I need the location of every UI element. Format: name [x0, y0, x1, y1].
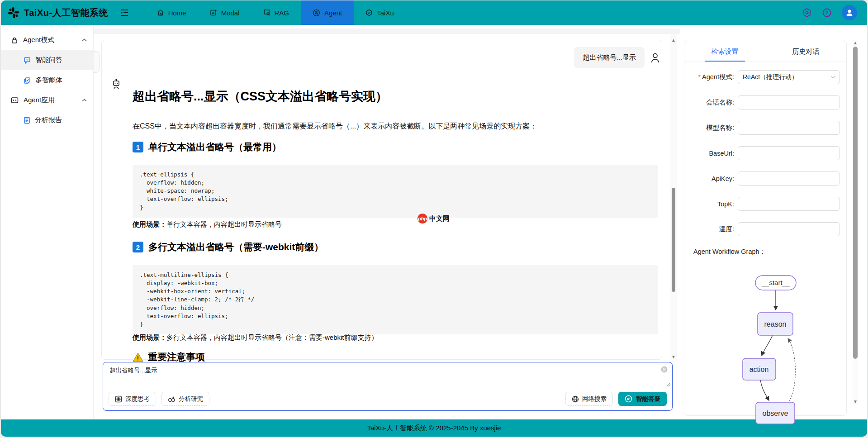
conversation-card: 超出省略号...显示 超出省略号...显示（CSS文本溢出省略号实现） 在CSS… — [101, 40, 662, 360]
settings-gear-icon[interactable] — [802, 8, 812, 18]
chat-scrollbar[interactable]: ▲ ▼ — [670, 34, 677, 362]
baseurl-input[interactable] — [738, 146, 840, 160]
agent-workflow-graph: __start__ reason action observe — [727, 272, 827, 429]
form-row-apikey: ApiKey: — [684, 171, 846, 186]
globe-icon — [572, 395, 579, 403]
web-search-button[interactable]: 网络搜索 — [565, 392, 613, 406]
form-row-session-name: 会话名称: — [684, 95, 846, 110]
composer-input[interactable]: 超出省略号...显示 — [109, 367, 654, 375]
nav-item-modal[interactable]: A Modal — [198, 0, 251, 25]
agent-mode-value: ReAct（推理行动） — [743, 73, 798, 81]
sidebar-item-label: 多智能体 — [35, 76, 62, 85]
nav-label: RAG — [275, 9, 289, 17]
form-row-agent-mode: *Agent模式: ReAct（推理行动） — [684, 70, 846, 84]
workflow-node-observe: observe — [763, 409, 788, 417]
usage-label: 使用场景： — [133, 220, 166, 228]
resize-handle-icon[interactable] — [666, 382, 671, 387]
taixu-icon — [365, 9, 373, 16]
chat-question-icon: ? — [24, 57, 31, 64]
sidebar-item-smart-qa[interactable]: ? 智能问答 — [1, 50, 93, 70]
main-menu: Home A Modal RAG Agent — [145, 0, 406, 25]
topk-input[interactable] — [738, 197, 840, 211]
tab-retrieval-settings[interactable]: 检索设置 — [684, 48, 765, 62]
slack-logo-icon — [7, 6, 20, 19]
workflow-node-start: __start__ — [761, 279, 790, 286]
section1-heading: 1 单行文本溢出省略号（最常用） — [133, 141, 281, 153]
user-outline-icon — [650, 52, 660, 63]
sidebar-item-analysis-report[interactable]: 分析报告 — [1, 110, 93, 130]
model-name-input[interactable] — [738, 121, 840, 135]
analyze-icon — [168, 395, 175, 403]
svg-text:A: A — [212, 11, 214, 15]
user-avatar-icon[interactable] — [842, 5, 857, 20]
multi-agent-icon — [24, 77, 31, 84]
deep-think-button[interactable]: 深度思考 — [109, 392, 156, 406]
panel-collapse-handle[interactable] — [94, 51, 100, 73]
user-message-bubble: 超出省略号...显示 — [574, 47, 645, 68]
nav-label: Agent — [324, 9, 342, 17]
settings-form: *Agent模式: ReAct（推理行动） 会话名称: 模型名称 — [684, 62, 846, 236]
topk-label: TopK: — [684, 200, 738, 208]
form-row-temperature: 温度: — [684, 222, 846, 236]
section1-usage: 使用场景：单行文本容器，内容超出时显示省略号 — [133, 220, 282, 229]
apikey-label: ApiKey: — [684, 175, 738, 182]
settings-scrollbar[interactable]: ▲ ▼ — [853, 40, 858, 405]
settings-scrollbar-thumb[interactable] — [853, 47, 858, 359]
chat-top-strip — [94, 29, 680, 34]
top-navbar: TaiXu-人工智能系统 Home A Modal — [1, 0, 867, 25]
section-label: Agent应用 — [24, 96, 55, 105]
usage-label: 使用场景： — [133, 333, 166, 341]
code-block-single-line: .text-ellipsis { overflow: hidden; white… — [133, 165, 658, 218]
smart-qa-button[interactable]: 智能答疑 — [618, 392, 667, 406]
settings-tabs: 检索设置 历史对话 — [684, 40, 846, 62]
scroll-down-icon[interactable]: ▼ — [671, 354, 676, 359]
nav-item-home[interactable]: Home — [145, 0, 198, 25]
nav-label: TaiXu — [377, 9, 394, 17]
sidebar: Agent模式 ? 智能问答 多智能体 — [1, 25, 94, 419]
nav-item-rag[interactable]: RAG — [251, 0, 301, 25]
modal-icon: A — [210, 9, 217, 16]
web-search-label: 网络搜索 — [582, 395, 607, 403]
deep-think-icon — [115, 395, 122, 403]
footer-text: TaiXu-人工智能系统 © 2025-2045 By xuesjie — [367, 424, 501, 433]
nav-item-taixu[interactable]: TaiXu — [354, 0, 406, 25]
agent-icon — [313, 9, 320, 17]
sidebar-collapse-icon[interactable] — [120, 9, 129, 17]
sidebar-section-agent-apps[interactable]: Agent应用 — [1, 90, 93, 110]
sidebar-section-agent-mode[interactable]: Agent模式 — [1, 30, 93, 50]
agent-mode-select[interactable]: ReAct（推理行动） — [738, 70, 840, 84]
tab-history-chat[interactable]: 历史对话 — [765, 48, 846, 62]
apikey-input[interactable] — [738, 171, 840, 186]
section2-number-badge: 2 — [133, 242, 143, 252]
settings-panel: 检索设置 历史对话 *Agent模式: ReAct（推理行动） — [680, 25, 867, 419]
usage-text: 单行文本容器，内容超出时显示省略号 — [166, 220, 282, 228]
app-window: TaiXu-人工智能系统 Home A Modal — [1, 0, 867, 437]
section-label: Agent模式 — [23, 36, 54, 44]
analyze-button[interactable]: 分析研究 — [161, 392, 209, 406]
warning-icon — [133, 352, 143, 362]
scroll-down-icon[interactable]: ▼ — [853, 399, 858, 404]
chevron-down-icon — [830, 76, 835, 79]
clear-icon[interactable] — [661, 366, 668, 373]
nav-item-agent[interactable]: Agent — [301, 0, 354, 25]
php-watermark: php 中文网 — [417, 214, 450, 224]
sidebar-item-multi-agent[interactable]: 多智能体 — [1, 70, 93, 90]
scroll-up-icon[interactable]: ▲ — [853, 40, 858, 45]
chat-scrollbar-thumb[interactable] — [672, 188, 675, 292]
home-icon — [157, 9, 164, 16]
section2-title: 多行文本溢出省略号（需要-webkit前缀） — [148, 241, 323, 253]
nav-label: Modal — [221, 9, 240, 17]
deep-think-label: 深度思考 — [125, 395, 150, 403]
agent-mode-label: *Agent模式: — [684, 73, 738, 81]
section1-number-badge: 1 — [133, 142, 143, 152]
scroll-up-icon[interactable]: ▲ — [671, 38, 676, 43]
session-name-input[interactable] — [738, 95, 840, 110]
workflow-node-reason: reason — [764, 320, 787, 328]
topnav-actions: ? — [802, 5, 861, 20]
section3-heading: 重要注意事项 — [133, 351, 205, 363]
session-name-label: 会话名称: — [684, 98, 738, 107]
help-icon[interactable]: ? — [822, 8, 832, 18]
main-row: Agent模式 ? 智能问答 多智能体 — [1, 25, 867, 419]
temperature-input[interactable] — [738, 222, 840, 236]
section2-usage: 使用场景：多行文本容器，内容超出时显示省略号（注意：需要-webkit前缀支持） — [133, 333, 378, 342]
